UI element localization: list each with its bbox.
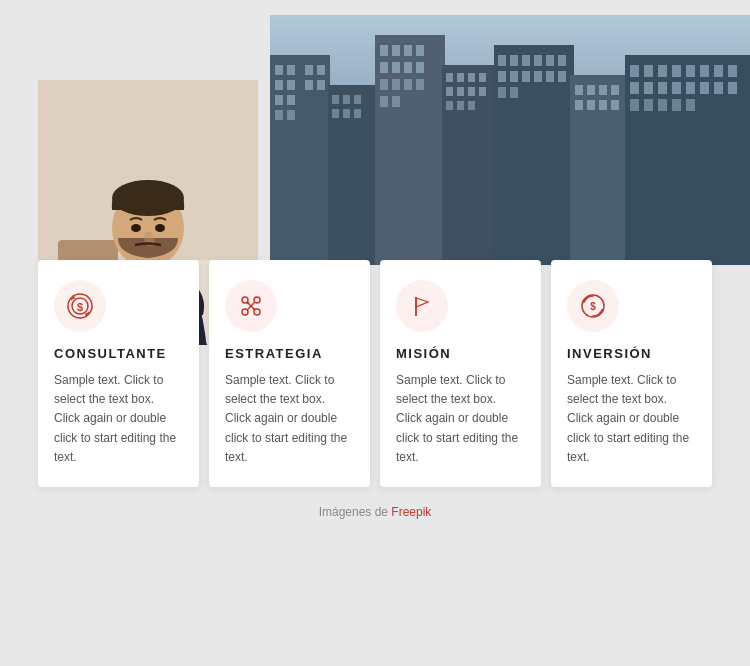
svg-point-112 <box>254 297 260 303</box>
svg-rect-85 <box>686 82 695 94</box>
svg-rect-34 <box>380 96 388 107</box>
card-mision-icon-wrap <box>396 280 448 332</box>
svg-rect-25 <box>416 45 424 56</box>
svg-rect-92 <box>672 99 681 111</box>
mission-flag-icon <box>408 292 436 320</box>
card-inversion-icon-wrap: $ <box>567 280 619 332</box>
svg-rect-3 <box>287 65 295 75</box>
card-consultante-title: CONSULTANTE <box>54 346 183 361</box>
svg-rect-57 <box>522 71 530 82</box>
svg-rect-49 <box>498 55 506 66</box>
svg-rect-5 <box>287 80 295 90</box>
svg-rect-41 <box>446 87 453 96</box>
svg-rect-61 <box>498 87 506 98</box>
svg-rect-69 <box>587 100 595 110</box>
investment-icon: $ <box>579 292 607 320</box>
svg-rect-2 <box>275 65 283 75</box>
svg-rect-77 <box>686 65 695 77</box>
svg-rect-15 <box>332 95 339 104</box>
card-inversion[interactable]: $ INVERSIÓN Sample text. Click to select… <box>551 260 712 487</box>
svg-rect-13 <box>317 80 325 90</box>
card-estrategia[interactable]: ESTRATEGIA Sample text. Click to select … <box>209 260 370 487</box>
svg-rect-58 <box>534 71 542 82</box>
svg-rect-22 <box>380 45 388 56</box>
svg-rect-83 <box>658 82 667 94</box>
svg-rect-80 <box>728 65 737 77</box>
svg-rect-51 <box>522 55 530 66</box>
svg-rect-23 <box>392 45 400 56</box>
svg-rect-68 <box>575 100 583 110</box>
svg-rect-28 <box>404 62 412 73</box>
svg-rect-54 <box>558 55 566 66</box>
card-consultante[interactable]: $ CONSULTANTE Sample text. Click to sele… <box>38 260 199 487</box>
svg-rect-65 <box>587 85 595 95</box>
svg-rect-24 <box>404 45 412 56</box>
svg-rect-30 <box>380 79 388 90</box>
svg-rect-91 <box>658 99 667 111</box>
footer-link[interactable]: Freepik <box>391 505 431 519</box>
svg-point-113 <box>242 309 248 315</box>
svg-rect-81 <box>630 82 639 94</box>
card-consultante-text: Sample text. Click to select the text bo… <box>54 371 183 467</box>
svg-rect-31 <box>392 79 400 90</box>
card-mision-text: Sample text. Click to select the text bo… <box>396 371 525 467</box>
svg-rect-53 <box>546 55 554 66</box>
card-inversion-text: Sample text. Click to select the text bo… <box>567 371 696 467</box>
card-estrategia-icon-wrap <box>225 280 277 332</box>
city-svg <box>270 15 750 265</box>
svg-rect-59 <box>546 71 554 82</box>
svg-rect-38 <box>457 73 464 82</box>
svg-rect-40 <box>479 73 486 82</box>
svg-rect-71 <box>611 100 619 110</box>
card-mision[interactable]: MISIÓN Sample text. Click to select the … <box>380 260 541 487</box>
svg-rect-4 <box>275 80 283 90</box>
svg-rect-76 <box>672 65 681 77</box>
footer: Imágenes de Freepik <box>0 487 750 531</box>
svg-rect-88 <box>728 82 737 94</box>
svg-text:$: $ <box>77 301 83 313</box>
svg-point-104 <box>131 224 141 232</box>
svg-rect-37 <box>446 73 453 82</box>
svg-rect-47 <box>468 101 475 110</box>
card-inversion-title: INVERSIÓN <box>567 346 696 361</box>
svg-rect-60 <box>558 71 566 82</box>
svg-rect-86 <box>700 82 709 94</box>
svg-rect-17 <box>354 95 361 104</box>
svg-rect-82 <box>644 82 653 94</box>
svg-rect-64 <box>575 85 583 95</box>
svg-text:$: $ <box>590 301 596 312</box>
svg-rect-87 <box>714 82 723 94</box>
svg-rect-33 <box>416 79 424 90</box>
card-consultante-icon-wrap: $ <box>54 280 106 332</box>
svg-rect-52 <box>534 55 542 66</box>
svg-rect-32 <box>404 79 412 90</box>
svg-rect-29 <box>416 62 424 73</box>
svg-rect-26 <box>380 62 388 73</box>
svg-rect-50 <box>510 55 518 66</box>
svg-rect-90 <box>644 99 653 111</box>
svg-rect-8 <box>275 110 283 120</box>
svg-rect-9 <box>287 110 295 120</box>
svg-rect-19 <box>343 109 350 118</box>
svg-rect-43 <box>468 87 475 96</box>
svg-point-105 <box>155 224 165 232</box>
svg-rect-10 <box>305 65 313 75</box>
footer-prefix: Imágenes de <box>319 505 392 519</box>
svg-rect-7 <box>287 95 295 105</box>
svg-rect-27 <box>392 62 400 73</box>
svg-rect-18 <box>332 109 339 118</box>
svg-rect-70 <box>599 100 607 110</box>
svg-rect-12 <box>305 80 313 90</box>
svg-rect-62 <box>510 87 518 98</box>
svg-rect-89 <box>630 99 639 111</box>
svg-rect-78 <box>700 65 709 77</box>
card-estrategia-text: Sample text. Click to select the text bo… <box>225 371 354 467</box>
card-estrategia-title: ESTRATEGIA <box>225 346 354 361</box>
svg-rect-45 <box>446 101 453 110</box>
svg-rect-79 <box>714 65 723 77</box>
svg-rect-44 <box>479 87 486 96</box>
svg-rect-35 <box>392 96 400 107</box>
svg-rect-56 <box>510 71 518 82</box>
money-coin-icon: $ <box>66 292 94 320</box>
svg-rect-66 <box>599 85 607 95</box>
